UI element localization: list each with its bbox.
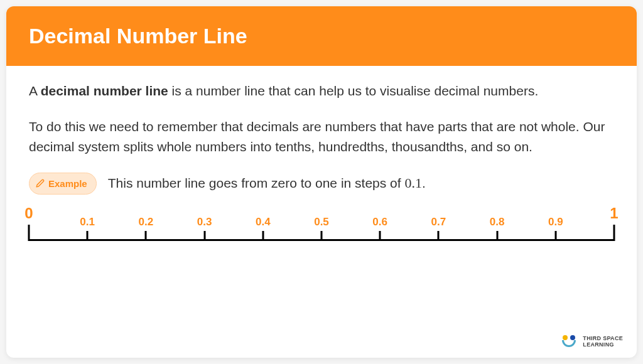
numberline: 010.10.20.30.40.50.60.70.80.9 <box>29 203 614 249</box>
lesson-card: Decimal Number Line A decimal number lin… <box>6 6 637 358</box>
numberline-label-minor: 0.2 <box>139 216 154 228</box>
brand-logo: THIRD SPACE LEARNING <box>560 335 623 349</box>
intro-suffix: is a number line that can help us to vis… <box>168 83 538 98</box>
intro-paragraph: A decimal number line is a number line t… <box>29 81 614 102</box>
numberline-container: 010.10.20.30.40.50.60.70.80.9 <box>6 203 637 249</box>
logo-line2: LEARNING <box>583 342 623 348</box>
page-title: Decimal Number Line <box>29 24 614 48</box>
numberline-tick-minor <box>262 231 264 241</box>
numberline-tick-minor <box>203 231 205 241</box>
numberline-tick-major <box>28 225 30 241</box>
header-bar: Decimal Number Line <box>6 6 637 66</box>
numberline-tick-minor <box>321 231 323 241</box>
example-badge: Example <box>29 173 97 195</box>
example-text-value: 0.1 <box>404 175 422 191</box>
numberline-label-minor: 0.6 <box>372 216 387 228</box>
example-row: Example This number line goes from zero … <box>29 173 614 195</box>
example-text: This number line goes from zero to one i… <box>108 173 426 194</box>
intro-bold-term: decimal number line <box>41 83 168 98</box>
pencil-icon <box>36 179 45 188</box>
numberline-tick-minor <box>496 231 498 241</box>
numberline-tick-major <box>613 225 615 241</box>
numberline-label-minor: 0.7 <box>431 216 446 228</box>
numberline-label-minor: 0.1 <box>80 216 95 228</box>
numberline-label-minor: 0.8 <box>490 216 505 228</box>
numberline-label-minor: 0.3 <box>197 216 212 228</box>
example-badge-label: Example <box>48 176 87 191</box>
example-text-prefix: This number line goes from zero to one i… <box>108 176 405 190</box>
numberline-tick-minor <box>554 231 556 241</box>
numberline-tick-minor <box>438 231 440 241</box>
numberline-label-minor: 0.9 <box>548 216 563 228</box>
numberline-tick-minor <box>87 231 89 241</box>
logo-mark-icon <box>560 335 578 349</box>
example-text-suffix: . <box>422 176 426 190</box>
numberline-label-major: 1 <box>610 205 618 222</box>
numberline-label-major: 0 <box>24 205 33 222</box>
numberline-label-minor: 0.4 <box>256 216 271 228</box>
explanation-paragraph: To do this we need to remember that deci… <box>29 117 614 158</box>
numberline-tick-minor <box>145 231 147 241</box>
intro-prefix: A <box>29 83 41 98</box>
content-area: A decimal number line is a number line t… <box>6 66 637 195</box>
numberline-label-minor: 0.5 <box>314 216 329 228</box>
numberline-tick-minor <box>379 231 381 241</box>
logo-text: THIRD SPACE LEARNING <box>583 336 623 348</box>
